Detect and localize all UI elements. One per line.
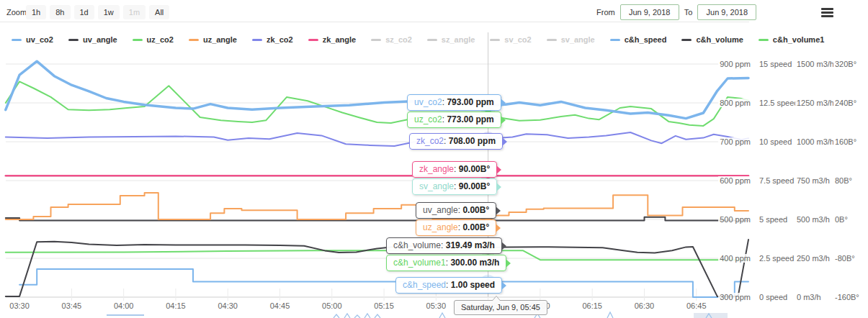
legend-item-uv_angle[interactable]: uv_angle bbox=[68, 35, 117, 44]
y-axis-label: 5 speed bbox=[758, 215, 789, 224]
legend-label: zk_co2 bbox=[267, 35, 293, 44]
y-axis-label: 700 ppm bbox=[718, 137, 752, 146]
crosshair-date-tooltip: Saturday, Jun 9, 05:45 bbox=[454, 300, 547, 315]
zoom-buttons: 1h8h1d1w1mAll bbox=[26, 5, 169, 19]
y-axis-label: 2.5 speed bbox=[758, 254, 795, 263]
chart-app: Zoom 1h8h1d1w1mAll From To uv_co2uv_angl… bbox=[0, 0, 868, 318]
y-axis-label: 0B° bbox=[833, 215, 849, 224]
zoom-button-1m: 1m bbox=[123, 5, 146, 19]
legend-item-c&h_volume1[interactable]: c&h_volume1 bbox=[759, 35, 825, 44]
legend-item-zk_angle[interactable]: zk_angle bbox=[308, 35, 356, 44]
tooltip-uz_angle: uz_angle: 0.00B° bbox=[416, 219, 496, 236]
y-axis-label: -160B° bbox=[833, 293, 861, 301]
x-axis-label: 06:30 bbox=[635, 301, 655, 310]
legend-item-c&h_speed[interactable]: c&h_speed bbox=[610, 35, 667, 44]
legend-dash bbox=[308, 39, 318, 41]
legend-item-uz_angle[interactable]: uz_angle bbox=[189, 35, 237, 44]
navigator-fragment bbox=[607, 312, 613, 318]
legend-item-c&h_volume[interactable]: c&h_volume bbox=[681, 35, 743, 44]
legend-label: uz_co2 bbox=[147, 35, 174, 44]
legend-dash bbox=[547, 39, 557, 41]
legend-label: uz_angle bbox=[203, 35, 237, 44]
legend-dash bbox=[371, 39, 381, 41]
legend-dash bbox=[12, 39, 22, 41]
tooltip-uv_co2: uv_co2: 793.00 ppm bbox=[407, 94, 501, 111]
navigator-fragment bbox=[107, 314, 144, 316]
y-axis-label: 900 ppm bbox=[718, 60, 752, 68]
zoom-button-8h[interactable]: 8h bbox=[50, 5, 70, 19]
navigator-fragment bbox=[439, 313, 445, 318]
legend-dash bbox=[189, 39, 199, 41]
plot-area[interactable] bbox=[6, 32, 749, 297]
to-date-input[interactable] bbox=[697, 4, 756, 20]
y-axis-label: 320B° bbox=[833, 60, 858, 68]
tooltip-c&h_speed: c&h_speed: 1.00 speed bbox=[395, 277, 502, 294]
y-axis-label: 240B° bbox=[833, 99, 858, 107]
hamburger-menu-icon[interactable] bbox=[821, 8, 833, 17]
legend-dash bbox=[610, 39, 620, 41]
tooltip-sv_angle: sv_angle: 90.00B° bbox=[412, 178, 497, 195]
x-axis-label: 03:30 bbox=[9, 301, 30, 310]
zoom-button-1w[interactable]: 1w bbox=[98, 5, 120, 19]
zoom-button-all[interactable]: All bbox=[149, 5, 169, 19]
y-axis-label: 80B° bbox=[833, 176, 854, 185]
legend: uv_co2uv_angleuz_co2uz_anglezk_co2zk_ang… bbox=[12, 35, 824, 44]
x-axis-label: 04:45 bbox=[270, 301, 290, 310]
zoom-button-1d[interactable]: 1d bbox=[74, 5, 94, 19]
x-axis-label: 04:00 bbox=[114, 301, 134, 310]
legend-dash bbox=[759, 39, 769, 41]
legend-item-sv_angle[interactable]: sv_angle bbox=[547, 35, 595, 44]
date-range: From To bbox=[596, 4, 756, 20]
zoom-button-1h[interactable]: 1h bbox=[26, 5, 46, 19]
tooltip-zk_angle: zk_angle: 90.00B° bbox=[412, 161, 497, 178]
legend-label: sv_co2 bbox=[504, 35, 531, 44]
x-axis-label: 05:00 bbox=[322, 301, 342, 310]
tooltip-uv_angle: uv_angle: 0.00B° bbox=[416, 202, 496, 219]
navigator-fragment bbox=[375, 314, 380, 318]
y-axis-label: 1500 m3/h bbox=[795, 60, 836, 68]
legend-dash bbox=[490, 39, 500, 41]
x-axis-label: 04:15 bbox=[166, 301, 186, 310]
navigator-fragment bbox=[334, 314, 339, 318]
legend-item-uv_co2[interactable]: uv_co2 bbox=[12, 35, 53, 44]
y-axis-label: 160B° bbox=[833, 137, 858, 146]
legend-label: c&h_speed bbox=[625, 35, 667, 44]
tooltip-c&h_volume: c&h_volume: 319.49 m3/h bbox=[386, 237, 502, 254]
y-axis-label: 600 ppm bbox=[718, 176, 752, 185]
y-axis-label: 500 ppm bbox=[718, 215, 752, 224]
legend-label: c&h_volume bbox=[696, 35, 743, 44]
navigator-fragment bbox=[354, 315, 360, 318]
x-axis-label: 06:45 bbox=[686, 301, 707, 310]
legend-label: sv_angle bbox=[561, 35, 595, 44]
y-axis-label: 500 m3/h bbox=[795, 215, 831, 224]
tooltip-uz_co2: uz_co2: 773.00 ppm bbox=[407, 112, 501, 128]
legend-item-uz_co2[interactable]: uz_co2 bbox=[133, 35, 174, 44]
legend-label: sz_angle bbox=[442, 35, 475, 44]
legend-label: uv_angle bbox=[83, 35, 117, 44]
legend-label: zk_angle bbox=[323, 35, 356, 44]
legend-item-sz_angle[interactable]: sz_angle bbox=[427, 35, 475, 44]
y-axis-label: 750 m3/h bbox=[795, 176, 831, 185]
from-label: From bbox=[596, 8, 615, 17]
legend-label: uv_co2 bbox=[26, 35, 53, 44]
crosshair-date-text: Saturday, Jun 9, 05:45 bbox=[461, 303, 540, 312]
legend-item-sv_co2[interactable]: sv_co2 bbox=[490, 35, 531, 44]
legend-dash bbox=[427, 39, 437, 41]
navigator-fragment bbox=[364, 314, 370, 318]
legend-dash bbox=[68, 39, 79, 41]
legend-label: c&h_volume1 bbox=[773, 35, 825, 44]
x-axis-label: 03:45 bbox=[62, 301, 82, 310]
legend-dash bbox=[681, 39, 692, 41]
x-axis-label: 04:30 bbox=[218, 301, 238, 310]
y-axis-label: 15 speed bbox=[758, 60, 793, 68]
y-axis-label: 300 ppm bbox=[718, 293, 752, 301]
y-axis-label: 12.5 speed bbox=[758, 99, 800, 107]
legend-item-sz_co2[interactable]: sz_co2 bbox=[371, 35, 412, 44]
to-label: To bbox=[684, 8, 693, 17]
legend-item-zk_co2[interactable]: zk_co2 bbox=[252, 35, 293, 44]
tooltip-zk_co2: zk_co2: 708.00 ppm bbox=[409, 133, 503, 150]
y-axis-label: -80B° bbox=[833, 254, 856, 263]
from-date-input[interactable] bbox=[620, 4, 679, 20]
range-selector-toolbar: Zoom 1h8h1d1w1mAll From To bbox=[0, 0, 868, 22]
x-axis-label: 05:15 bbox=[374, 301, 394, 310]
